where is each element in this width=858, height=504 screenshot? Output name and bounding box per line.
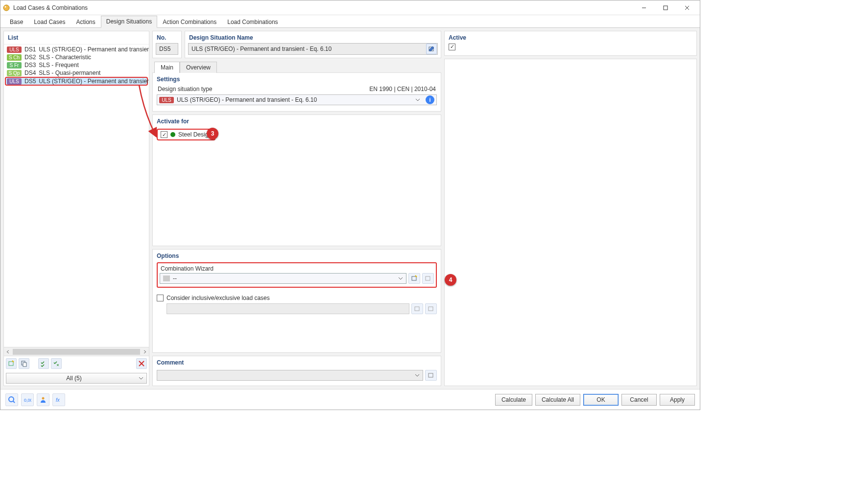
- wizard-edit-button[interactable]: [422, 273, 434, 284]
- list-item[interactable]: ULS DS1 ULS (STR/GEO) - Permanent and tr…: [5, 46, 148, 53]
- delete-item-button[interactable]: [136, 358, 147, 369]
- uncheck-all-button[interactable]: [51, 358, 62, 369]
- minimize-button[interactable]: [633, 1, 655, 15]
- chevron-down-icon: [139, 377, 143, 380]
- design-situation-type-dropdown[interactable]: ULS ULS (STR/GEO) - Permanent and transi…: [157, 94, 437, 105]
- comment-panel: Comment: [152, 356, 441, 386]
- svg-rect-16: [415, 307, 419, 311]
- cancel-button[interactable]: Cancel: [621, 394, 657, 406]
- units-button[interactable]: 0,00: [21, 393, 34, 406]
- app-icon: [2, 4, 10, 12]
- new-item-button[interactable]: [6, 358, 17, 369]
- chevron-down-icon: [415, 98, 421, 101]
- name-panel: Design Situation Name ULS (STR/GEO) - Pe…: [185, 31, 441, 58]
- svg-point-22: [42, 397, 45, 399]
- comment-dropdown[interactable]: [157, 370, 423, 381]
- list-toolbar: [4, 356, 149, 371]
- consider-new-button[interactable]: [411, 303, 423, 314]
- no-field[interactable]: DS5: [156, 43, 178, 55]
- dialog-footer: 0,00 fx Calculate Calculate All OK Cance…: [0, 389, 700, 410]
- svg-text:0,00: 0,00: [24, 398, 31, 403]
- horizontal-scrollbar[interactable]: [4, 347, 149, 356]
- main-tabs: Base Load Cases Actions Design Situation…: [0, 15, 700, 28]
- tag-badge: S Qp: [7, 70, 22, 76]
- combination-wizard-dropdown[interactable]: --: [160, 273, 406, 284]
- active-checkbox[interactable]: [449, 44, 455, 50]
- tag-badge: S Ch: [7, 54, 22, 61]
- options-panel: Options Combination Wizard --: [152, 249, 441, 353]
- edit-name-button[interactable]: [426, 44, 437, 54]
- settings-panel: Settings Design situation type EN 1990 |…: [152, 72, 441, 112]
- tab-load-cases[interactable]: Load Cases: [28, 16, 71, 28]
- scroll-thumb[interactable]: [13, 349, 140, 355]
- chevron-down-icon: [415, 374, 420, 377]
- list-item-selected[interactable]: ULS DS5 ULS (STR/GEO) - Permanent and tr…: [5, 77, 148, 86]
- list-panel: List ULS DS1 ULS (STR/GEO) - Permanent a…: [3, 31, 149, 386]
- scroll-left-icon: [6, 350, 10, 354]
- maximize-button[interactable]: [655, 1, 676, 15]
- ok-button[interactable]: OK: [583, 394, 619, 406]
- tab-base[interactable]: Base: [4, 16, 28, 28]
- list-item[interactable]: S Ch DS2 SLS - Characteristic: [5, 53, 148, 61]
- calculate-all-button[interactable]: Calculate All: [535, 394, 580, 406]
- copy-item-button[interactable]: [19, 358, 29, 369]
- subtab-main[interactable]: Main: [154, 62, 180, 73]
- list-filter-dropdown[interactable]: All (5): [6, 373, 147, 384]
- svg-rect-8: [23, 363, 26, 367]
- tag-badge: ULS: [159, 97, 174, 103]
- chevron-down-icon: [398, 277, 403, 280]
- status-dot-icon: [170, 132, 175, 137]
- svg-text:fx: fx: [56, 397, 60, 403]
- wizard-new-button[interactable]: [408, 273, 420, 284]
- tag-badge: S Fr: [7, 62, 22, 69]
- consider-checkbox[interactable]: [157, 295, 164, 301]
- consider-edit-button[interactable]: [425, 303, 437, 314]
- svg-rect-6: [9, 362, 13, 366]
- svg-rect-14: [412, 276, 416, 280]
- calculate-button[interactable]: Calculate: [495, 394, 532, 406]
- info-icon[interactable]: i: [426, 95, 434, 104]
- svg-rect-18: [429, 373, 433, 377]
- design-situation-list[interactable]: ULS DS1 ULS (STR/GEO) - Permanent and tr…: [4, 45, 149, 347]
- tab-load-combinations[interactable]: Load Combinations: [222, 16, 283, 28]
- close-button[interactable]: [676, 1, 698, 15]
- window-title: Load Cases & Combinations: [13, 4, 633, 11]
- apply-button[interactable]: Apply: [660, 394, 695, 406]
- steel-design-checkbox[interactable]: [161, 131, 167, 138]
- svg-rect-15: [426, 276, 430, 280]
- callout-3: 3: [207, 128, 218, 139]
- svg-point-19: [9, 397, 14, 402]
- fx-button[interactable]: fx: [52, 393, 65, 406]
- scroll-right-icon: [143, 350, 147, 354]
- person-button[interactable]: [37, 393, 49, 406]
- active-panel: Active: [444, 31, 697, 56]
- svg-rect-17: [429, 307, 433, 311]
- no-panel: No. DS5: [152, 31, 182, 58]
- help-button[interactable]: [5, 393, 18, 406]
- svg-line-20: [13, 401, 15, 403]
- check-all-button[interactable]: [38, 358, 49, 369]
- activate-panel: Activate for Steel Design: [152, 115, 441, 246]
- callout-4: 4: [445, 274, 456, 286]
- tag-badge: ULS: [7, 78, 22, 85]
- svg-point-1: [5, 6, 6, 7]
- combination-wizard-group: Combination Wizard --: [157, 262, 437, 288]
- comment-edit-button[interactable]: [425, 370, 437, 381]
- tag-badge: ULS: [7, 46, 22, 53]
- list-item[interactable]: S Fr DS3 SLS - Frequent: [5, 61, 148, 69]
- list-item[interactable]: S Qp DS4 SLS - Quasi-permanent: [5, 69, 148, 77]
- list-header: List: [4, 31, 149, 45]
- color-swatch: [163, 275, 170, 281]
- tab-action-combinations[interactable]: Action Combinations: [157, 16, 222, 28]
- preview-panel: [444, 59, 697, 387]
- tab-actions[interactable]: Actions: [71, 16, 100, 28]
- tab-design-situations[interactable]: Design Situations: [101, 16, 157, 28]
- subtab-overview[interactable]: Overview: [180, 62, 217, 73]
- svg-rect-3: [664, 6, 667, 10]
- svg-point-0: [3, 5, 9, 11]
- titlebar: Load Cases & Combinations: [0, 0, 700, 15]
- consider-field: [167, 303, 409, 314]
- sub-tabs: Main Overview: [152, 61, 441, 72]
- name-field[interactable]: ULS (STR/GEO) - Permanent and transient …: [188, 43, 438, 55]
